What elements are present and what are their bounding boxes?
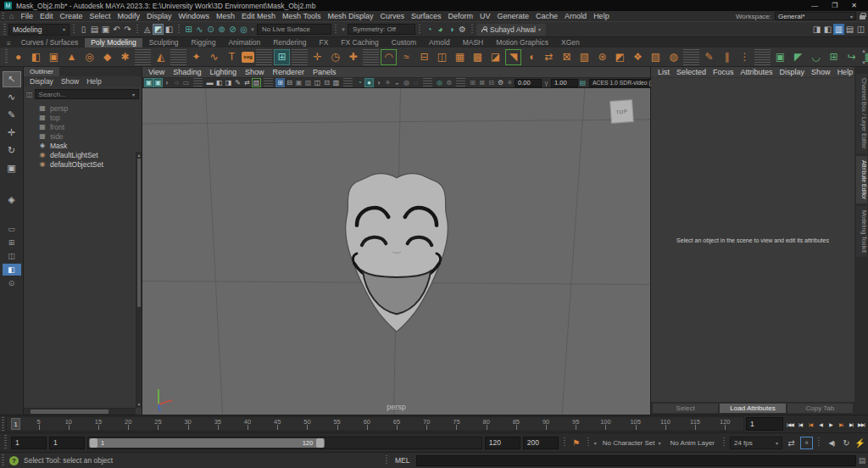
timeline-tick[interactable]: 65 [381, 418, 411, 431]
menu-item[interactable]: Curves [376, 11, 408, 21]
menubar-grip[interactable] [2, 13, 4, 20]
shelf-tab[interactable]: MASH [457, 38, 490, 47]
select-component-icon[interactable]: ◧ [164, 24, 175, 35]
minimize-button[interactable]: — [811, 2, 818, 9]
bend-deformer-icon[interactable]: ◖ [523, 49, 539, 65]
wheel-icon[interactable]: ⊛ [594, 49, 610, 65]
shelf-tab[interactable]: Poly Modeling [85, 38, 142, 47]
multi-cut-icon[interactable]: ✎ [701, 49, 717, 65]
render-view-icon[interactable]: ◔ [424, 24, 435, 35]
reduce-icon[interactable]: ▦ [452, 49, 468, 65]
viewport-menu-item[interactable]: Lighting [209, 68, 236, 76]
bevel-icon[interactable]: ◤ [790, 49, 806, 65]
target-weld-icon[interactable]: ▣ [772, 49, 788, 65]
menu-item[interactable]: File [17, 11, 36, 21]
outliner-vertical-scrollbar[interactable]: ▲ ▼ [136, 152, 142, 408]
single-pane-icon[interactable]: ⊞ [275, 78, 285, 87]
playback-start-field[interactable]: 1 [49, 437, 85, 449]
timeline-tick[interactable]: 105 [620, 418, 650, 431]
outliner-menu-item[interactable]: Show [61, 77, 79, 86]
symmetry-caret-icon[interactable]: ▾ [340, 24, 347, 35]
outliner-item-persp[interactable]: ▦ persp [24, 103, 142, 113]
bridge-icon[interactable]: ◡ [808, 49, 824, 65]
poly-plane-icon[interactable]: ◆ [99, 49, 115, 65]
menu-item[interactable]: Windows [175, 11, 214, 21]
menu-item[interactable]: Edit [36, 11, 57, 21]
timeline-tick[interactable]: 5 [24, 418, 53, 431]
outliner-tab[interactable]: Outliner [24, 67, 59, 76]
shelf-tab[interactable]: Sculpting [143, 38, 185, 47]
mask-3d-model[interactable] [333, 170, 460, 337]
select-object-icon[interactable]: ◩ [153, 24, 164, 35]
display-options-gear-icon[interactable]: ⚙ [496, 78, 505, 87]
split-horizontal-icon[interactable]: ◫ [313, 78, 322, 87]
shelf-scroll-arrows[interactable]: ▲ ▼ [861, 48, 866, 65]
toggle-modeling-toolkit-icon[interactable]: ◫ [855, 24, 866, 35]
next-view-icon[interactable]: ◨ [224, 78, 233, 87]
zoom-tool[interactable]: ⊙ [3, 277, 21, 289]
make-live-icon[interactable]: ◎ [238, 24, 249, 35]
new-scene-icon[interactable]: ▯ [78, 24, 89, 35]
shelf-icon[interactable] [256, 49, 272, 65]
set-key-icon[interactable]: ⚑ [570, 438, 582, 448]
shelf-tab[interactable]: Rendering [267, 38, 312, 47]
menu-item[interactable]: Mesh Tools [279, 11, 324, 21]
use-all-lights-icon[interactable]: ✳ [383, 78, 392, 87]
timeline-tick[interactable]: 40 [232, 418, 262, 431]
menu-item[interactable]: Create [56, 11, 86, 21]
anim-layer-selector[interactable]: No Anim Layer [667, 437, 718, 449]
timeline-tick[interactable]: 30 [173, 418, 203, 431]
symmetry-field[interactable]: Symmetry: Off [348, 24, 415, 35]
copy-tab-button[interactable]: Copy Tab [787, 404, 853, 413]
outliner-item-defaultobjectset[interactable]: ◉ defaultObjectSet [24, 159, 142, 169]
ao-icon[interactable]: ◍ [402, 78, 411, 87]
timeline-tick[interactable]: 20 [114, 418, 143, 431]
lock-workspace-icon[interactable] [860, 15, 865, 20]
refresh-icon[interactable]: ↻ [841, 437, 852, 448]
scale-tool[interactable]: ▣ [3, 160, 21, 176]
gamma-icon[interactable]: γ [542, 78, 551, 87]
menu-item[interactable]: Surfaces [408, 11, 445, 21]
platonic-solid-icon[interactable]: ◭ [153, 49, 169, 65]
shelf-tab[interactable]: Curves / Surfaces [15, 38, 85, 47]
wrap-icon[interactable]: ⊠ [559, 49, 575, 65]
rangeslider-grip[interactable] [4, 435, 7, 450]
outliner-pane-icon[interactable]: ▥ [331, 78, 341, 87]
shelf-tab[interactable]: FX [313, 38, 334, 47]
playback-end-field[interactable]: 120 [485, 437, 520, 449]
four-view-icon[interactable]: ⊟ [285, 78, 294, 87]
scroll-up-icon[interactable]: ▲ [861, 48, 866, 53]
icon[interactable] [343, 78, 353, 87]
load-attributes-button[interactable]: Load Attributes [720, 404, 785, 413]
tab-channel-box-layer-editor[interactable]: Channel Box / Layer Editor [856, 74, 867, 153]
scrollbar-thumb[interactable] [31, 410, 108, 414]
shelf-tab[interactable]: Motion Graphics [490, 38, 554, 47]
sweep-mesh-icon[interactable]: ✦ [188, 49, 204, 65]
evaluation-mode-icon[interactable]: ⚡ [854, 437, 865, 448]
current-frame-field[interactable]: 1 [746, 417, 783, 431]
animation-start-field[interactable]: 1 [11, 437, 47, 449]
timeline-tick[interactable]: 25 [143, 418, 173, 431]
field-chart-icon[interactable]: ⊞ [468, 78, 477, 87]
timeslider-grip[interactable] [2, 417, 4, 431]
cage-icon[interactable]: ▨ [648, 49, 664, 65]
previous-view-icon[interactable]: ◧ [214, 78, 224, 87]
grease-pencil-icon[interactable]: ✎ [233, 78, 242, 87]
icon[interactable] [264, 78, 273, 87]
lock-camera-icon[interactable]: ▣ [153, 78, 163, 87]
outliner-item-defaultlightset[interactable]: ◉ defaultLightSet [24, 150, 142, 159]
gate-mask-icon[interactable]: ⊟ [487, 78, 496, 87]
lattice-icon[interactable]: ▧ [576, 49, 593, 65]
outliner-item-mask[interactable]: ◈ Mask [24, 141, 142, 150]
toggle-tool-settings-icon[interactable]: ◧ [822, 24, 833, 35]
go-to-end-button[interactable]: ▶▶| [856, 418, 866, 431]
menu-item[interactable]: Deform [445, 11, 477, 21]
sphere-project-icon[interactable]: ◍ [665, 49, 682, 65]
redo-icon[interactable]: ↷ [122, 24, 133, 35]
command-line-input[interactable] [416, 455, 856, 466]
viewport-menu-item[interactable]: Panels [313, 68, 337, 76]
outliner-item-front[interactable]: ▦ front [24, 122, 142, 131]
tab-modeling-toolkit[interactable]: Modeling Toolkit [856, 206, 867, 257]
timeline-tick[interactable]: 90 [531, 418, 560, 431]
menu-item[interactable]: Mesh [213, 11, 238, 21]
